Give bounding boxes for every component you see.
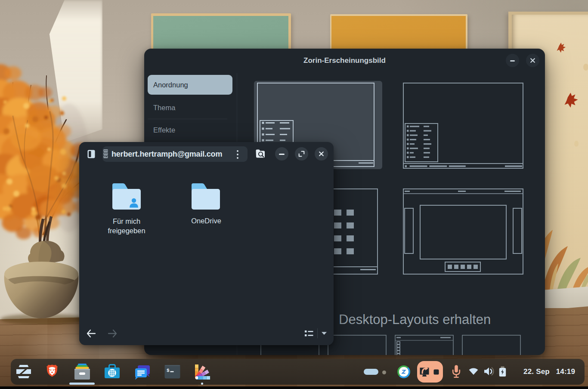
svg-text:$: $ — [167, 368, 170, 373]
